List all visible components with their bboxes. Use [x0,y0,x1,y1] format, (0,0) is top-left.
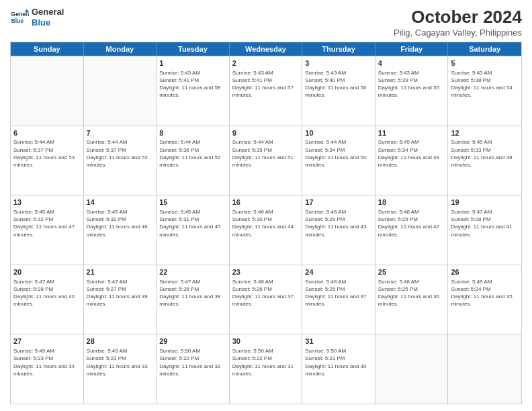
day-number: 26 [451,267,519,277]
day-number: 4 [378,58,445,68]
cell-text: Sunrise: 5:46 AM [232,208,300,216]
cell-text: Sunset: 5:21 PM [305,355,372,362]
day-number: 13 [13,197,81,208]
calendar-cell: 21Sunrise: 5:47 AMSunset: 5:27 PMDayligh… [84,265,157,334]
cell-text: Sunrise: 5:46 AM [378,208,445,216]
calendar-cell: 6Sunrise: 5:44 AMSunset: 5:37 PMDaylight… [11,126,84,195]
cell-text: Sunset: 5:23 PM [87,355,154,362]
cell-text: Daylight: 11 hours and 41 minutes. [451,223,519,238]
calendar-day-header: Wednesday [230,42,303,56]
cell-text: Daylight: 11 hours and 54 minutes. [451,84,519,99]
cell-text: Daylight: 11 hours and 33 minutes. [87,363,154,377]
day-number: 17 [305,197,372,208]
cell-text: Sunrise: 5:47 AM [159,278,226,285]
calendar-row: 27Sunrise: 5:49 AMSunset: 5:23 PMDayligh… [11,334,521,404]
cell-text: Sunrise: 5:50 AM [159,347,226,355]
calendar-day-header: Tuesday [157,42,230,56]
day-number: 29 [159,336,226,347]
cell-text: Daylight: 11 hours and 48 minutes. [451,154,519,169]
calendar-cell: 18Sunrise: 5:46 AMSunset: 5:29 PMDayligh… [375,195,449,265]
cell-text: Sunset: 5:26 PM [159,285,226,293]
calendar-cell: 14Sunrise: 5:45 AMSunset: 5:32 PMDayligh… [84,195,157,265]
calendar-cell: 28Sunrise: 5:49 AMSunset: 5:23 PMDayligh… [84,334,157,404]
day-number: 22 [159,267,226,277]
cell-text: Sunset: 5:25 PM [305,285,372,293]
logo: General Blue General Blue [10,7,64,28]
cell-text: Sunrise: 5:45 AM [159,208,226,216]
cell-text: Sunrise: 5:45 AM [378,138,445,146]
cell-text: Sunrise: 5:44 AM [159,138,226,146]
calendar-cell: 13Sunrise: 5:45 AMSunset: 5:32 PMDayligh… [11,195,84,265]
calendar: SundayMondayTuesdayWednesdayThursdayFrid… [10,42,522,404]
cell-text: Sunrise: 5:48 AM [232,278,300,285]
calendar-cell: 30Sunrise: 5:50 AMSunset: 5:22 PMDayligh… [230,334,303,404]
calendar-cell: 15Sunrise: 5:45 AMSunset: 5:31 PMDayligh… [157,195,230,265]
cell-text: Daylight: 11 hours and 39 minutes. [87,293,154,308]
day-number: 3 [305,58,372,68]
cell-text: Daylight: 11 hours and 49 minutes. [378,154,445,169]
day-number: 8 [159,128,226,138]
calendar-cell: 31Sunrise: 5:50 AMSunset: 5:21 PMDayligh… [302,334,375,404]
cell-text: Sunset: 5:41 PM [232,77,300,84]
cell-text: Sunset: 5:24 PM [451,285,519,293]
cell-text: Sunrise: 5:44 AM [305,138,372,146]
cell-text: Daylight: 11 hours and 55 minutes. [378,84,445,99]
day-number: 27 [13,336,81,347]
cell-text: Sunrise: 5:47 AM [451,208,519,216]
cell-text: Sunset: 5:39 PM [378,77,445,84]
calendar-cell: 17Sunrise: 5:46 AMSunset: 5:29 PMDayligh… [302,195,375,265]
cell-text: Sunrise: 5:43 AM [451,69,519,77]
day-number: 18 [378,197,445,208]
calendar-cell [11,56,84,126]
day-number: 20 [13,267,81,277]
calendar-cell: 25Sunrise: 5:48 AMSunset: 5:25 PMDayligh… [375,265,449,334]
cell-text: Sunset: 5:28 PM [451,216,519,223]
cell-text: Sunset: 5:26 PM [232,285,300,293]
cell-text: Sunrise: 5:49 AM [87,347,154,355]
cell-text: Daylight: 11 hours and 51 minutes. [232,154,300,169]
cell-text: Daylight: 11 hours and 36 minutes. [378,293,445,308]
cell-text: Sunrise: 5:50 AM [305,347,372,355]
cell-text: Daylight: 11 hours and 40 minutes. [13,293,81,308]
calendar-cell: 8Sunrise: 5:44 AMSunset: 5:36 PMDaylight… [157,126,230,195]
calendar-cell: 10Sunrise: 5:44 AMSunset: 5:34 PMDayligh… [302,126,375,195]
calendar-cell: 9Sunrise: 5:44 AMSunset: 5:35 PMDaylight… [230,126,303,195]
cell-text: Sunrise: 5:47 AM [87,278,154,285]
calendar-body: 1Sunrise: 5:43 AMSunset: 5:41 PMDaylight… [11,56,521,404]
day-number: 11 [378,128,445,138]
calendar-row: 6Sunrise: 5:44 AMSunset: 5:37 PMDaylight… [11,126,521,195]
cell-text: Sunrise: 5:48 AM [378,278,445,285]
day-number: 15 [159,197,226,208]
day-number: 14 [87,197,154,208]
day-number: 16 [232,197,300,208]
cell-text: Daylight: 11 hours and 52 minutes. [159,154,226,169]
day-number: 1 [159,58,226,68]
calendar-cell: 1Sunrise: 5:43 AMSunset: 5:41 PMDaylight… [157,56,230,126]
cell-text: Sunset: 5:29 PM [305,216,372,223]
day-number: 25 [378,267,445,277]
calendar-row: 20Sunrise: 5:47 AMSunset: 5:28 PMDayligh… [11,265,521,334]
calendar-cell: 24Sunrise: 5:48 AMSunset: 5:25 PMDayligh… [302,265,375,334]
logo-blue: Blue [32,17,64,28]
calendar-cell [448,334,521,404]
calendar-page: General Blue General Blue October 2024 P… [0,0,532,411]
day-number: 12 [451,128,519,138]
cell-text: Daylight: 11 hours and 37 minutes. [305,293,372,308]
day-number: 21 [87,267,154,277]
header: General Blue General Blue October 2024 P… [10,7,522,38]
cell-text: Daylight: 11 hours and 34 minutes. [13,363,81,377]
cell-text: Sunset: 5:31 PM [159,216,226,223]
cell-text: Sunrise: 5:45 AM [87,208,154,216]
cell-text: Daylight: 11 hours and 45 minutes. [159,223,226,238]
day-number: 5 [451,58,519,68]
day-number: 2 [232,58,300,68]
cell-text: Daylight: 11 hours and 42 minutes. [378,223,445,238]
cell-text: Sunset: 5:32 PM [13,216,81,223]
cell-text: Daylight: 11 hours and 43 minutes. [305,223,372,238]
day-number: 30 [232,336,300,347]
page-title: October 2024 [394,7,522,28]
cell-text: Sunset: 5:38 PM [451,77,519,84]
logo-general: General [32,7,64,17]
cell-text: Sunrise: 5:43 AM [159,69,226,77]
cell-text: Daylight: 11 hours and 30 minutes. [305,363,372,377]
